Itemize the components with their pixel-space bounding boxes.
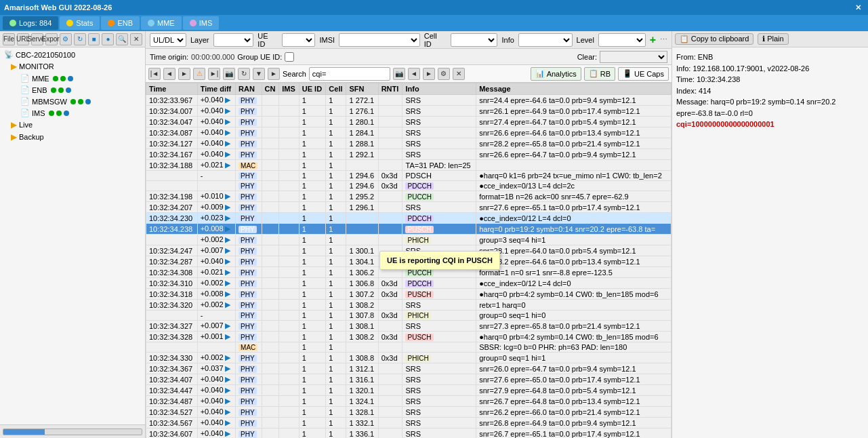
- cell-id-select[interactable]: [451, 33, 498, 47]
- export-btn[interactable]: Export: [45, 33, 58, 45]
- table-cell: PHY: [236, 106, 262, 117]
- table-cell: [262, 332, 279, 342]
- table-cell: 1: [299, 353, 326, 363]
- table-cell: [378, 300, 402, 311]
- info-select[interactable]: [518, 33, 573, 47]
- table-row[interactable]: PHY111 294.60x3dPDCCH●cce_index=0/13 L=4…: [146, 181, 671, 191]
- analytics-button[interactable]: 📊 Analytics: [531, 67, 581, 81]
- rb-button[interactable]: 📋 RB: [584, 67, 615, 81]
- table-row[interactable]: 10:32:34.320+0.002▶PHY111 308.2SRSretx=1…: [146, 300, 671, 311]
- tab-logs[interactable]: Logs: 884: [3, 16, 58, 30]
- tab-ims[interactable]: IMS: [183, 16, 220, 30]
- table-row[interactable]: 10:32:33.967+0.040▶PHY111 272.1SRSsnr=24…: [146, 95, 671, 106]
- table-row[interactable]: 10:32:34.198+0.010▶PHY111 295.2PUCCHform…: [146, 191, 671, 202]
- mme-status-dot: [53, 76, 58, 81]
- sidebar-item-backup[interactable]: ▶ Backup: [1, 131, 144, 143]
- close-button[interactable]: ✕: [852, 3, 864, 12]
- table-row[interactable]: 10:32:34.007+0.040▶PHY111 276.1SRSsnr=26…: [146, 106, 671, 117]
- nav-prev-btn[interactable]: ◄: [163, 68, 175, 80]
- tab-stats[interactable]: Stats: [60, 16, 100, 30]
- file-tab[interactable]: File: [3, 33, 15, 45]
- table-row[interactable]: 10:32:34.607+0.040▶PHY111 336.1SRSsnr=26…: [146, 429, 671, 439]
- search-go-icon[interactable]: 📷: [393, 68, 405, 80]
- table-row[interactable]: +0.002▶PHY11PHICHgroup=3 seq=4 hi=1: [146, 235, 671, 245]
- monitor-label: MONITOR: [19, 62, 54, 71]
- search-input[interactable]: [309, 67, 390, 81]
- search-next-icon[interactable]: ►: [423, 68, 435, 80]
- table-row[interactable]: 10:32:34.230+0.023▶PHY11PDCCH●cce_index=…: [146, 213, 671, 224]
- table-row[interactable]: 10:32:34.127+0.040▶PHY111 288.1SRSsnr=28…: [146, 138, 671, 149]
- table-cell: [279, 245, 299, 256]
- group-ue-checkbox[interactable]: [285, 52, 294, 62]
- table-row[interactable]: 10:32:34.487+0.040▶PHY111 324.1SRSsnr=26…: [146, 396, 671, 407]
- table-cell: 1: [326, 278, 346, 289]
- table-cell: 1: [326, 353, 346, 363]
- table-cell: [346, 213, 378, 224]
- table-row[interactable]: 10:32:34.327+0.007▶PHY111 308.1SRSsnr=27…: [146, 321, 671, 332]
- table-cell: 1: [326, 363, 346, 374]
- ran-tag: PHY: [239, 431, 257, 438]
- table-row[interactable]: 10:32:34.310+0.002▶PHY111 306.80x3dPDCCH…: [146, 278, 671, 289]
- sidebar-item-mbmsgw[interactable]: 📄 MBMSGW: [1, 96, 144, 107]
- more-button[interactable]: ⋯: [660, 35, 667, 44]
- table-row[interactable]: 10:32:34.207+0.009▶PHY111 296.1SRSsnr=27…: [146, 202, 671, 213]
- table-cell: +0.040▶: [197, 256, 235, 267]
- table-cell: 1: [299, 117, 326, 127]
- table-row[interactable]: 10:32:34.328+0.001▶PHY111 308.20x3dPUSCH…: [146, 332, 671, 342]
- refresh-icon[interactable]: ↻: [74, 33, 86, 45]
- reload-icon[interactable]: ↻: [238, 68, 250, 80]
- table-row[interactable]: -PHY111 307.80x3dPHICHgroup=0 seq=1 hi=0: [146, 311, 671, 321]
- search-filter-icon[interactable]: ⚙: [438, 68, 450, 80]
- table-row[interactable]: 10:32:34.188+0.021▶MAC11TA=31 PAD: len=2…: [146, 160, 671, 171]
- clear-select[interactable]: [600, 51, 667, 63]
- table-cell: 1: [299, 321, 326, 332]
- table-row[interactable]: 10:32:34.567+0.040▶PHY111 332.1SRSsnr=26…: [146, 418, 671, 429]
- table-row[interactable]: 10:32:34.047+0.040▶PHY111 280.1SRSsnr=27…: [146, 117, 671, 127]
- nav-down-btn[interactable]: ▼: [253, 68, 265, 80]
- table-row[interactable]: 10:32:34.087+0.040▶PHY111 284.1SRSsnr=26…: [146, 127, 671, 138]
- close-sidebar-icon[interactable]: ✕: [130, 33, 142, 45]
- sidebar-item-ims[interactable]: 📄 IMS: [1, 107, 144, 119]
- layer-select[interactable]: [213, 33, 254, 47]
- plain-button[interactable]: ℹ Plain: [758, 33, 788, 45]
- clear-search-btn[interactable]: ✕: [453, 68, 465, 80]
- table-row[interactable]: 10:32:34.367+0.037▶PHY111 312.1SRSsnr=26…: [146, 363, 671, 374]
- tab-mme[interactable]: MME: [141, 16, 182, 30]
- table-row[interactable]: -PHY111 294.60x3dPDSCH●harq=0 k1=6 prb=2…: [146, 171, 671, 181]
- copy-clipboard-button[interactable]: 📋 Copy to clipboard: [675, 33, 753, 45]
- mode-select[interactable]: UL/DL: [150, 33, 186, 47]
- camera-icon[interactable]: 📷: [223, 68, 235, 80]
- table-row[interactable]: MAC11SBSR: lcg=0 b=0 PHR: ph=63 PAD: len…: [146, 342, 671, 353]
- add-button[interactable]: +: [650, 34, 656, 46]
- imsi-select[interactable]: [339, 33, 420, 47]
- record-icon[interactable]: ●: [102, 33, 114, 45]
- search-prev-icon[interactable]: ◄: [408, 68, 420, 80]
- stop-icon[interactable]: ■: [88, 33, 100, 45]
- table-cell: SRS: [402, 407, 476, 418]
- table-row[interactable]: 10:32:34.330+0.002▶PHY111 308.80x3dPHICH…: [146, 353, 671, 363]
- ue-caps-button[interactable]: 📱 UE Caps: [618, 67, 669, 81]
- ue-id-select[interactable]: [282, 33, 316, 47]
- table-row[interactable]: 10:32:34.527+0.040▶PHY111 328.1SRSsnr=26…: [146, 407, 671, 418]
- nav-last-btn[interactable]: ►|: [208, 68, 220, 80]
- sidebar-item-mme[interactable]: 📄 MME: [1, 73, 144, 84]
- ran-tag: PHY: [239, 226, 257, 233]
- table-cell: 1: [299, 332, 326, 342]
- tab-enb[interactable]: ENB: [101, 16, 140, 30]
- sidebar-item-live[interactable]: ▶ Live: [1, 119, 144, 131]
- table-row[interactable]: 10:32:34.238+0.008▶PHY11PUSCHharq=0 prb=…: [146, 224, 671, 235]
- table-cell: 10:32:34.487: [146, 396, 198, 407]
- nav-first-btn[interactable]: |◄: [148, 68, 161, 80]
- table-row[interactable]: 10:32:34.167+0.040▶PHY111 292.1SRSsnr=26…: [146, 149, 671, 160]
- sidebar-item-device[interactable]: 📡 CBC-2021050100: [1, 49, 144, 60]
- nav-next-btn[interactable]: ►: [178, 68, 190, 80]
- sidebar-item-enb[interactable]: 📄 ENB: [1, 84, 144, 96]
- table-row[interactable]: 10:32:34.318+0.008▶PHY111 307.20x3dPUSCH…: [146, 289, 671, 300]
- table-row[interactable]: 10:32:34.407+0.040▶PHY111 316.1SRSsnr=27…: [146, 374, 671, 385]
- table-row[interactable]: 10:32:34.447+0.040▶PHY111 320.1SRSsnr=27…: [146, 385, 671, 396]
- search-sidebar-icon[interactable]: 🔍: [116, 33, 128, 45]
- sidebar-item-monitor[interactable]: ▶ MONITOR: [1, 60, 144, 73]
- settings-icon[interactable]: ⚙: [60, 33, 72, 45]
- level-select[interactable]: [598, 33, 646, 47]
- nav-end-btn[interactable]: ►: [268, 68, 280, 80]
